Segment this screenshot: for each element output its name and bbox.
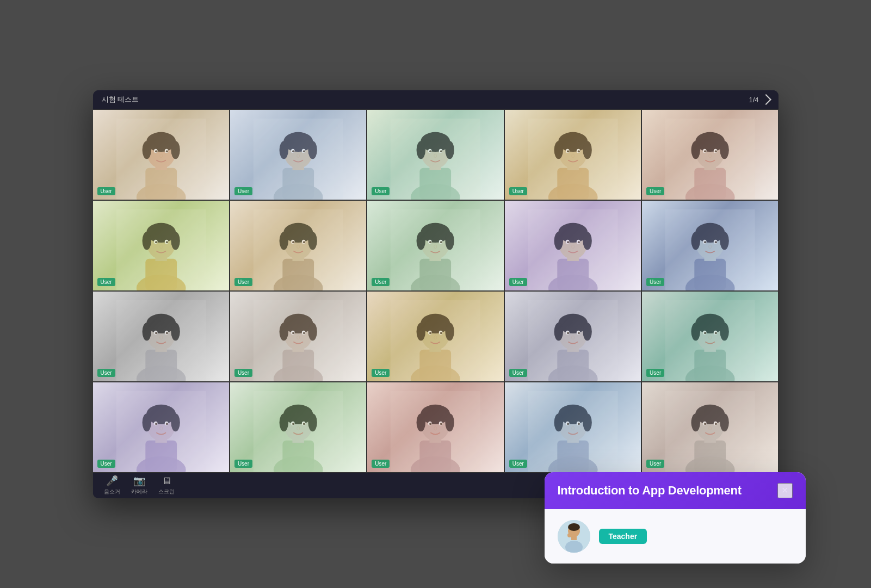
user-label: User (234, 187, 252, 195)
svg-point-220 (297, 426, 300, 430)
svg-rect-93 (420, 259, 452, 290)
svg-point-201 (142, 413, 151, 431)
user-label: User (509, 369, 527, 377)
user-label: User (509, 278, 527, 286)
user-label: User (234, 369, 252, 377)
user-label: User (646, 187, 664, 195)
close-button[interactable]: × (777, 483, 793, 498)
svg-point-71 (142, 232, 151, 250)
video-cell-16: User (93, 382, 229, 472)
svg-point-162 (417, 323, 426, 341)
svg-point-123 (691, 232, 701, 250)
teacher-avatar (558, 520, 590, 553)
svg-point-25 (297, 154, 300, 158)
svg-point-64 (709, 154, 712, 158)
svg-point-193 (715, 332, 717, 334)
svg-rect-2 (145, 168, 177, 200)
svg-point-49 (567, 150, 569, 152)
svg-point-97 (417, 232, 426, 250)
svg-rect-132 (145, 350, 177, 381)
svg-point-227 (417, 413, 426, 431)
toolbar-left-item-2[interactable]: 🖥 스크린 (158, 475, 175, 496)
svg-point-189 (720, 323, 729, 341)
svg-point-215 (308, 413, 317, 431)
svg-point-244 (567, 423, 569, 425)
svg-point-246 (571, 426, 574, 430)
svg-point-258 (715, 423, 717, 425)
svg-point-84 (279, 232, 288, 250)
svg-point-23 (292, 150, 294, 152)
toolbar-label-2: 스크린 (158, 488, 175, 496)
svg-point-72 (171, 232, 180, 250)
svg-point-262 (568, 523, 580, 531)
svg-rect-145 (282, 350, 314, 381)
video-cell-5: User (642, 110, 778, 200)
svg-point-59 (720, 141, 729, 159)
user-label: User (372, 278, 390, 286)
svg-point-150 (308, 323, 317, 341)
svg-point-214 (279, 413, 288, 431)
svg-point-219 (303, 423, 305, 425)
teacher-badge: Teacher (599, 529, 647, 544)
svg-point-46 (583, 141, 592, 159)
svg-point-63 (715, 150, 717, 152)
svg-point-257 (704, 423, 706, 425)
svg-point-194 (709, 336, 712, 339)
svg-point-19 (279, 141, 288, 159)
chevron-right-icon (761, 94, 771, 105)
toolbar-left-item-1[interactable]: 📷 카메라 (131, 475, 147, 496)
toolbar-left-item-0[interactable]: 🎤 음소거 (104, 475, 120, 496)
svg-rect-264 (571, 536, 577, 540)
video-cell-15: User (642, 292, 778, 381)
video-window: 시험 테스트 1/4 (93, 90, 779, 498)
info-card-body: Teacher (545, 509, 806, 564)
toolbar-icon-1: 📷 (133, 475, 145, 487)
toolbar-icon-0: 🎤 (106, 475, 118, 487)
svg-rect-158 (420, 350, 452, 381)
video-cell-11: User (93, 292, 229, 381)
svg-point-45 (554, 141, 563, 159)
svg-rect-106 (557, 259, 589, 290)
svg-point-98 (446, 232, 455, 250)
video-cell-14: User (505, 292, 641, 381)
video-cell-2: User (230, 110, 366, 200)
svg-point-58 (691, 141, 701, 159)
info-card-title: Introduction to App Development (558, 484, 742, 498)
svg-rect-119 (694, 259, 726, 290)
window-title: 시험 테스트 (102, 95, 139, 104)
svg-point-88 (292, 241, 294, 243)
svg-rect-184 (694, 350, 726, 381)
svg-rect-67 (145, 259, 177, 290)
svg-point-179 (567, 332, 569, 334)
user-label: User (97, 278, 115, 286)
svg-point-180 (578, 332, 580, 334)
svg-point-85 (308, 232, 317, 250)
svg-point-51 (571, 154, 574, 158)
video-cell-1: User (93, 110, 229, 200)
video-cell-12: User (230, 292, 366, 381)
svg-point-205 (155, 423, 157, 425)
info-card: Introduction to App Development × (545, 472, 806, 564)
svg-point-192 (704, 332, 706, 334)
svg-point-176 (583, 323, 592, 341)
svg-point-62 (704, 150, 706, 152)
svg-point-20 (308, 141, 317, 159)
user-label: User (234, 460, 252, 468)
svg-rect-223 (420, 441, 452, 472)
svg-rect-249 (694, 441, 726, 472)
svg-point-76 (165, 241, 168, 243)
svg-point-232 (440, 423, 442, 425)
video-cell-19: User (505, 382, 641, 472)
svg-point-89 (303, 241, 305, 243)
user-label: User (97, 460, 115, 468)
svg-point-90 (297, 245, 300, 249)
svg-point-11 (165, 150, 168, 152)
svg-point-153 (292, 332, 294, 334)
svg-point-207 (159, 426, 162, 430)
svg-point-114 (567, 241, 569, 243)
user-label: User (372, 460, 390, 468)
video-cell-13: User (367, 292, 503, 381)
video-cell-17: User (230, 382, 366, 472)
svg-point-253 (691, 413, 701, 431)
user-label: User (509, 187, 527, 195)
